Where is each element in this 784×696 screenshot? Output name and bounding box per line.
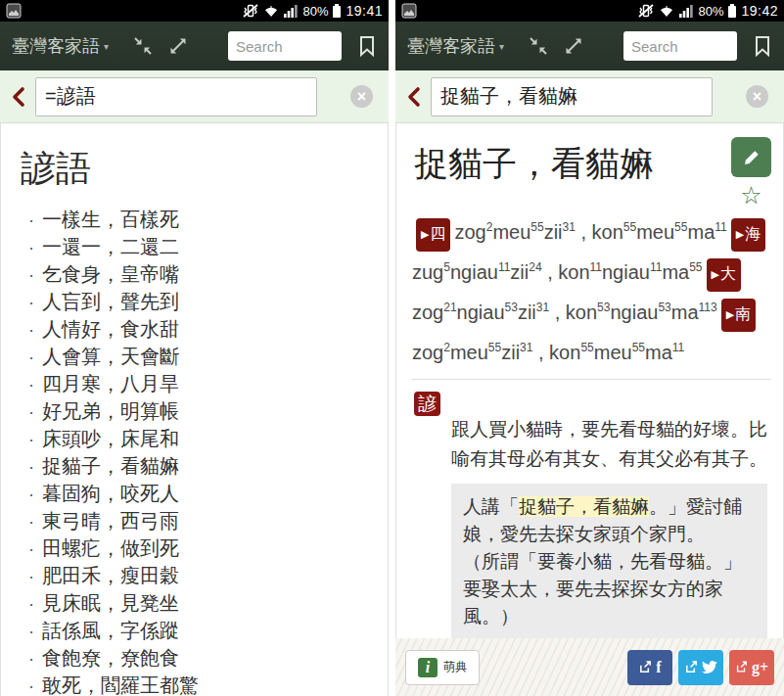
back-chevron-icon [405, 85, 423, 109]
bullet: · [28, 539, 34, 559]
proverb-list-item[interactable]: ·敢死，閻羅王都驚 [28, 673, 374, 696]
chevron-down-icon: ▾ [499, 41, 504, 52]
proverb-text: 食飽尞，尞飽食 [42, 647, 179, 669]
compress-icon[interactable] [528, 35, 549, 57]
header-search-input[interactable] [623, 31, 737, 61]
proverb-list-item[interactable]: ·食飽尞，尞飽食 [28, 645, 374, 673]
query-input[interactable] [35, 77, 317, 116]
audio-play-badge-大[interactable]: ▶大 [707, 258, 741, 292]
proverb-text: 人吂到，聲先到 [42, 291, 179, 312]
wifi-icon [263, 4, 279, 18]
romanization: zog21ngiau53zii31 , kon53ngiau53ma113 [412, 302, 717, 323]
proverb-list-item[interactable]: ·一還一，二還二 [28, 234, 374, 261]
app-title-dropdown[interactable]: 臺灣客家語 ▾ [12, 34, 109, 58]
star-icon[interactable]: ☆ [740, 183, 761, 208]
info-icon: i [418, 658, 438, 677]
share-twitter-button[interactable] [678, 650, 723, 685]
proverb-list-item[interactable]: ·話係風，字係蹤 [28, 618, 374, 645]
header-search-input[interactable] [228, 31, 342, 61]
expand-icon[interactable] [563, 35, 584, 57]
play-icon: ▶ [736, 228, 744, 240]
right-screenshot-panel: 80% 19:42 臺灣客家語 ▾ [395, 0, 784, 696]
moedict-info-button[interactable]: i 萌典 [405, 650, 480, 685]
bullet: · [28, 320, 34, 340]
proverb-list-item[interactable]: ·肥田禾，瘦田穀 [28, 563, 374, 590]
signal-icon [283, 4, 299, 18]
clear-query-button[interactable]: × [746, 85, 768, 108]
bullet: · [28, 457, 34, 477]
proverb-text: 一還一，二還二 [42, 236, 179, 257]
clear-query-button[interactable]: × [350, 85, 373, 108]
proverb-list-item[interactable]: ·東弓晴，西弓雨 [28, 508, 374, 535]
pronunciation-block: ▶四zog2meu55zii31 , kon55meu55ma11▶海zug5n… [412, 217, 771, 367]
query-input[interactable] [431, 77, 713, 116]
share-buttons: f g+ [627, 650, 774, 685]
play-icon: ▶ [712, 268, 719, 280]
compress-icon[interactable] [132, 35, 154, 57]
proverb-text: 乞食身，皇帝嘴 [42, 263, 179, 285]
proverb-list-item[interactable]: ·見床眠，見凳坐 [28, 590, 374, 618]
share-facebook-button[interactable]: f [627, 650, 672, 685]
battery-percent: 80% [302, 4, 328, 19]
proverb-list-item[interactable]: ·四月寒，八月旱 [28, 371, 374, 398]
proverb-list-item[interactable]: ·捉貓子，看貓嫲 [28, 453, 374, 481]
proverb-list-item[interactable]: ·人會算，天會斷 [28, 344, 374, 371]
vibrate-muted-icon [637, 3, 655, 19]
proverb-list-item[interactable]: ·人情好，食水甜 [28, 316, 374, 344]
proverb-list-item[interactable]: ·田螺疕，做到死 [28, 535, 374, 563]
share-icon [684, 660, 699, 674]
share-icon [638, 660, 653, 674]
proverb-list-item[interactable]: ·一樣生，百樣死 [28, 207, 374, 234]
proverb-text: 床頭吵，床尾和 [42, 428, 179, 449]
proverb-text: 四月寒，八月旱 [42, 373, 179, 394]
bullet: · [28, 238, 34, 257]
proverb-text: 捉貓子，看貓嫲 [42, 455, 179, 477]
audio-play-badge-海[interactable]: ▶海 [731, 218, 765, 252]
proverb-tag-badge: 諺 [414, 392, 440, 416]
audio-play-badge-南[interactable]: ▶南 [721, 299, 756, 332]
proverb-list-item[interactable]: ·床頭吵，床尾和 [28, 426, 374, 453]
highlighted-headword: 捉貓子，看貓嫲 [519, 496, 649, 517]
query-bar: × [395, 70, 784, 123]
proverb-text: 人會算，天會斷 [42, 346, 179, 367]
bullet: · [28, 348, 34, 367]
definition-section: 諺 跟人買小貓時，要先看母貓的好壞。比喻有其母必有其女、有其父必有其子。 人講「… [412, 390, 771, 640]
edit-button[interactable] [731, 137, 771, 177]
definition-text: 跟人買小貓時，要先看母貓的好壞。比喻有其母必有其女、有其父必有其子。 [451, 390, 771, 474]
back-button[interactable] [405, 85, 431, 109]
proverb-list-item[interactable]: ·人吂到，聲先到 [28, 289, 374, 316]
pronunciation-line: zog21ngiau53zii31 , kon53ngiau53ma113▶南 [412, 298, 771, 332]
bullet: · [28, 594, 34, 614]
bullet: · [28, 210, 34, 230]
expand-icon[interactable] [167, 35, 189, 57]
bookmark-icon[interactable] [753, 35, 772, 57]
battery-icon [727, 3, 737, 19]
wifi-icon [659, 4, 674, 18]
pronunciation-line: ▶四zog2meu55zii31 , kon55meu55ma11▶海 [412, 217, 771, 252]
audio-play-badge-四[interactable]: ▶四 [416, 218, 450, 252]
battery-percent: 80% [698, 4, 723, 19]
proverb-list-item[interactable]: ·乞食身，皇帝嘴 [28, 261, 374, 289]
proverb-list-item[interactable]: ·好兄弟，明算帳 [28, 398, 374, 426]
googleplus-icon: g+ [752, 659, 768, 676]
proverb-list-item[interactable]: ·暮固狗，咬死人 [28, 481, 374, 508]
back-button[interactable] [10, 85, 35, 109]
proverb-list-page: 諺語 ·一樣生，百樣死·一還一，二還二·乞食身，皇帝嘴·人吂到，聲先到·人情好，… [0, 123, 389, 696]
chevron-down-icon: ▾ [104, 41, 109, 52]
proverb-text: 話係風，字係蹤 [42, 620, 179, 641]
bullet: · [28, 485, 34, 504]
proverb-text: 敢死，閻羅王都驚 [42, 674, 199, 696]
play-icon: ▶ [421, 228, 429, 240]
facebook-icon: f [656, 659, 661, 676]
bullet: · [28, 649, 34, 669]
app-title-dropdown[interactable]: 臺灣客家語 ▾ [407, 34, 504, 58]
pencil-icon [742, 148, 761, 167]
status-bar: 80% 19:41 [0, 0, 389, 22]
share-googleplus-button[interactable]: g+ [729, 650, 774, 685]
left-screenshot-panel: 80% 19:41 臺灣客家語 ▾ [0, 0, 389, 696]
proverb-text: 人情好，食水甜 [42, 318, 179, 340]
clock: 19:42 [741, 3, 778, 19]
bookmark-icon[interactable] [357, 35, 377, 57]
proverb-text: 見床眠，見凳坐 [42, 592, 179, 614]
page-title: 諺語 [21, 145, 374, 193]
